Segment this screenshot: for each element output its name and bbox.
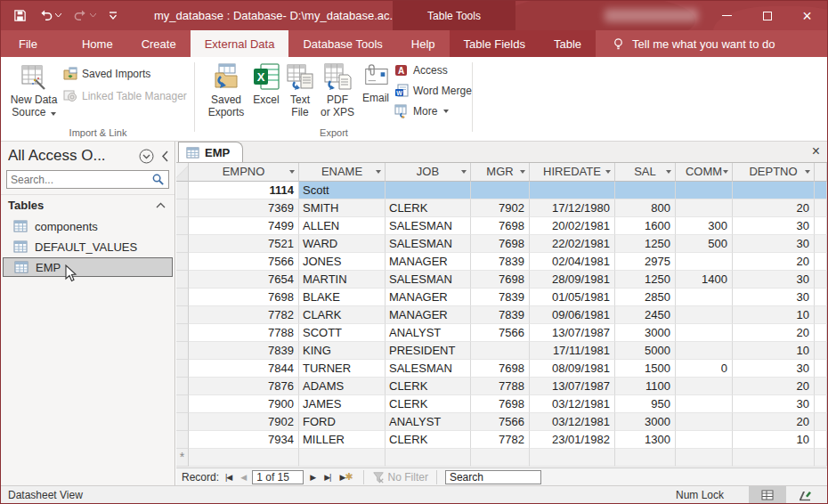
table-cell[interactable]: 30 [733, 395, 815, 413]
table-row[interactable]: 7499ALLENSALESMAN769820/02/1981160030030 [176, 217, 827, 235]
tab-help[interactable]: Help [397, 30, 450, 57]
customize-qat-button[interactable] [109, 12, 118, 20]
table-cell[interactable]: 800 [615, 199, 676, 217]
table-cell[interactable]: 03/12/1981 [530, 413, 615, 431]
table-cell[interactable]: 7566 [471, 413, 530, 431]
table-cell[interactable] [615, 182, 676, 199]
table-cell[interactable]: 28/09/1981 [530, 271, 615, 289]
column-header-comm[interactable]: COMM [676, 163, 733, 182]
nav-section-tables[interactable]: Tables [1, 194, 175, 215]
row-selector[interactable] [176, 324, 189, 342]
table-cell[interactable]: JONES [299, 253, 386, 271]
column-header-ename[interactable]: ENAME [299, 163, 386, 182]
row-selector[interactable] [176, 342, 189, 360]
tab-database-tools[interactable]: Database Tools [288, 30, 396, 57]
column-header-deptno[interactable]: DEPTNO [733, 163, 815, 182]
table-cell[interactable]: 30 [733, 271, 815, 289]
access-export-button[interactable]: Access [394, 63, 448, 77]
table-cell[interactable]: 1300 [615, 431, 676, 449]
row-selector[interactable] [176, 360, 189, 378]
table-cell[interactable] [676, 306, 733, 324]
table-cell[interactable] [676, 289, 733, 306]
table-cell[interactable]: 20 [733, 413, 815, 431]
table-cell[interactable]: 2850 [615, 289, 676, 306]
table-cell[interactable]: 7788 [189, 324, 299, 342]
table-cell[interactable] [471, 342, 530, 360]
table-cell[interactable]: 7788 [471, 378, 530, 395]
table-cell[interactable]: 0 [676, 360, 733, 378]
table-cell[interactable] [676, 395, 733, 413]
first-record-button[interactable]: |◀ [223, 473, 234, 482]
table-cell[interactable]: SALESMAN [386, 217, 471, 235]
column-dropdown-icon[interactable] [723, 170, 728, 174]
last-record-button[interactable]: ▶| [321, 473, 333, 482]
table-cell[interactable]: ADAMS [299, 378, 386, 395]
table-cell[interactable]: 7698 [471, 395, 530, 413]
table-cell[interactable] [471, 182, 530, 199]
table-cell[interactable]: JAMES [299, 395, 386, 413]
column-header-sal[interactable]: SAL [615, 163, 676, 182]
table-cell[interactable]: 1114 [189, 182, 299, 199]
table-cell[interactable]: 17/11/1981 [530, 342, 615, 360]
tell-me-box[interactable]: Tell me what you want to do [596, 30, 775, 57]
sidebar-item-components[interactable]: components [3, 216, 173, 236]
table-cell[interactable]: 20 [733, 253, 815, 271]
column-dropdown-icon[interactable] [605, 170, 611, 174]
table-cell[interactable]: 17/12/1980 [530, 199, 615, 217]
row-selector[interactable] [176, 235, 189, 253]
account-name-blurred[interactable] [605, 9, 698, 22]
table-cell[interactable]: SALESMAN [386, 235, 471, 253]
row-selector[interactable] [176, 253, 189, 271]
table-cell[interactable]: 7698 [471, 360, 530, 378]
table-cell[interactable]: 30 [733, 217, 815, 235]
saved-exports-button[interactable]: SavedExports [204, 62, 248, 118]
table-cell[interactable]: 23/01/1982 [530, 431, 615, 449]
table-row[interactable]: 7900JAMESCLERK769803/12/198195030 [176, 395, 827, 413]
column-dropdown-icon[interactable] [376, 170, 381, 174]
document-close-button[interactable]: × [812, 143, 820, 159]
table-cell[interactable] [676, 413, 733, 431]
more-button[interactable]: More [394, 104, 449, 118]
table-cell[interactable]: 500 [676, 235, 733, 253]
table-cell[interactable]: Scott [299, 182, 386, 199]
table-cell[interactable]: MILLER [299, 431, 386, 449]
record-position-box[interactable]: 1 of 15 [252, 470, 304, 484]
word-merge-button[interactable]: Word Merge [394, 84, 472, 98]
table-cell[interactable]: 7369 [189, 199, 299, 217]
table-cell[interactable]: BLAKE [299, 289, 386, 306]
table-row[interactable]: 7521WARDSALESMAN769822/02/1981125050030 [176, 235, 827, 253]
table-cell[interactable]: 7698 [471, 235, 530, 253]
table-row[interactable]: 7934MILLERCLERK778223/01/1982130010 [176, 431, 827, 449]
saved-imports-button[interactable]: Saved Imports [63, 67, 150, 81]
table-cell[interactable]: 7902 [189, 413, 299, 431]
record-search-input[interactable] [445, 470, 541, 484]
table-cell[interactable]: ANALYST [386, 324, 471, 342]
table-cell[interactable]: 10 [733, 431, 815, 449]
column-header-job[interactable]: JOB [386, 163, 471, 182]
table-cell[interactable]: 1400 [676, 271, 733, 289]
email-button[interactable]: Email [357, 62, 394, 104]
row-selector[interactable] [176, 306, 189, 324]
table-cell[interactable]: 20 [733, 378, 815, 395]
table-row[interactable]: 7844TURNERSALESMAN769808/09/19811500030 [176, 360, 827, 378]
column-header-hiredate[interactable]: HIREDATE [530, 163, 615, 182]
table-cell[interactable] [676, 378, 733, 395]
append-row[interactable]: * [176, 449, 827, 467]
undo-button[interactable] [39, 9, 61, 22]
excel-export-button[interactable]: Excel [247, 62, 286, 106]
new-blank-record-button[interactable]: ▶✱ [337, 471, 354, 483]
table-cell[interactable]: 10 [733, 342, 815, 360]
table-row[interactable]: 7839KINGPRESIDENT17/11/1981500010 [176, 342, 827, 360]
tab-create[interactable]: Create [127, 30, 191, 57]
save-button[interactable] [13, 9, 27, 22]
previous-record-button[interactable]: ◀ [238, 473, 248, 482]
table-cell[interactable]: 7902 [471, 199, 530, 217]
table-cell[interactable] [676, 324, 733, 342]
table-cell[interactable]: 08/09/1981 [530, 360, 615, 378]
table-cell[interactable]: 7698 [189, 289, 299, 306]
table-cell[interactable] [471, 449, 530, 467]
table-row[interactable]: 7902FORDANALYST756603/12/1981300020 [176, 413, 827, 431]
column-dropdown-icon[interactable] [666, 170, 671, 174]
tab-external-data[interactable]: External Data [191, 30, 289, 57]
table-row[interactable]: 7782CLARKMANAGER783909/06/1981245010 [176, 306, 827, 324]
